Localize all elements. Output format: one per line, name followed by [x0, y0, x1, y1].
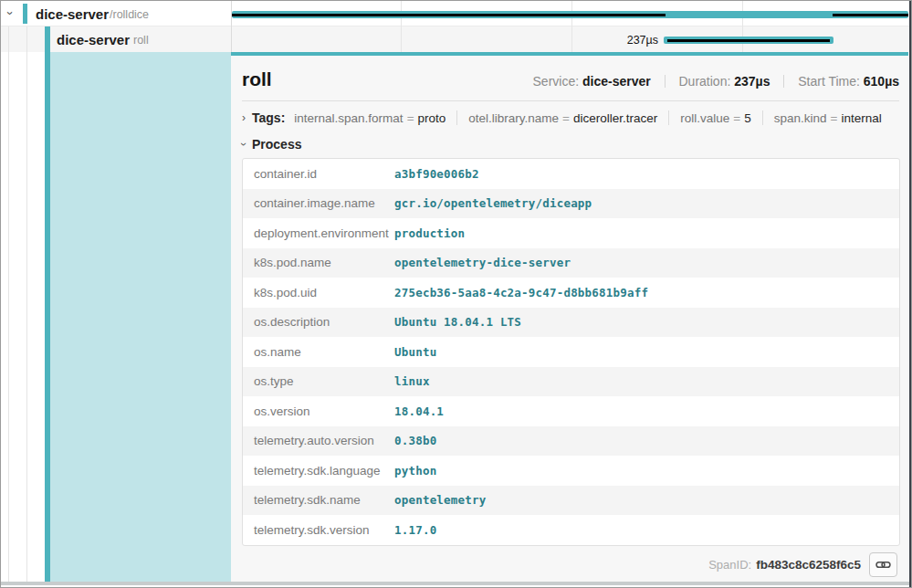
tag-equals: =	[407, 111, 414, 125]
tag-divider	[762, 110, 763, 125]
span-detail-header: roll Service: dice-server Duration: 237µ…	[242, 68, 899, 90]
duration-label: Duration:	[679, 74, 731, 89]
table-row: deployment.environmentproduction	[243, 218, 899, 248]
link-icon	[875, 558, 891, 572]
trace-detail-page: › dice-server /rolldice dice-server roll…	[0, 0, 912, 588]
critical-path-segment	[833, 14, 908, 16]
kv-value: opentelemetry-dice-server	[394, 256, 571, 269]
kv-key: telemetry.auto.version	[243, 434, 394, 447]
tags-list: internal.span.format=proto otel.library.…	[294, 110, 881, 125]
kv-value: 18.04.1	[394, 404, 444, 418]
kv-value: gcr.io/opentelemetry/diceapp	[394, 196, 592, 210]
span-title: roll	[242, 68, 272, 90]
indent-guide	[26, 26, 27, 583]
kv-value: a3bf90e006b2	[394, 167, 479, 181]
meta-divider	[783, 75, 784, 88]
service-value: dice-server	[582, 74, 651, 89]
process-section-toggle[interactable]: › Process	[242, 137, 899, 152]
table-row: k8s.pod.nameopentelemetry-dice-server	[243, 248, 899, 278]
kv-value: 0.38b0	[394, 434, 436, 447]
meta-divider	[665, 75, 666, 88]
kv-value: production	[394, 226, 465, 240]
kv-value: Ubuntu 18.04.1 LTS	[394, 315, 521, 329]
kv-key: telemetry.sdk.language	[243, 464, 394, 478]
tag-item: otel.library.name=diceroller.tracer	[468, 111, 657, 125]
header-divider	[242, 100, 899, 101]
spanid-value: fb483c8c6258f6c5	[756, 558, 861, 572]
service-label: Service:	[533, 74, 580, 89]
kv-value: opentelemetry	[394, 493, 486, 507]
tags-heading: Tags:	[252, 110, 285, 125]
span-duration-label: 237µs	[567, 33, 658, 47]
kv-key: os.type	[243, 374, 394, 388]
kv-key: telemetry.sdk.name	[243, 493, 394, 507]
kv-key: deployment.environment	[243, 226, 394, 240]
process-kv-table: container.ida3bf90e006b2 container.image…	[242, 158, 900, 546]
tag-divider	[668, 110, 669, 125]
duration-value: 237µs	[734, 74, 770, 89]
span-meta: Service: dice-server Duration: 237µs Sta…	[533, 74, 899, 89]
table-row: os.typelinux	[243, 367, 899, 397]
tag-item: internal.span.format=proto	[294, 111, 446, 125]
copy-span-link-button[interactable]	[869, 552, 897, 577]
timeline-gridline	[401, 1, 402, 52]
kv-key: container.id	[243, 167, 394, 181]
critical-path-segment	[667, 39, 830, 42]
kv-key: os.version	[243, 404, 394, 418]
span-service-name[interactable]: dice-server	[36, 6, 109, 22]
table-row: telemetry.sdk.languagepython	[243, 456, 899, 486]
span-operation-name[interactable]: roll	[133, 34, 149, 47]
table-row: os.version18.04.1	[243, 396, 899, 426]
horizontal-scrollbar[interactable]	[1, 582, 911, 585]
kv-key: os.name	[243, 345, 394, 359]
tag-key: roll.value	[680, 111, 729, 125]
service-color-bar	[23, 4, 27, 24]
tag-key: otel.library.name	[468, 111, 559, 125]
kv-key: telemetry.sdk.version	[243, 523, 394, 537]
span-service-name[interactable]: dice-server	[57, 32, 130, 47]
span-tree-color-bar	[45, 26, 50, 583]
table-row: k8s.pod.uid275ecb36-5aa8-4c2a-9c47-d8bb6…	[243, 278, 899, 308]
spanid-label: SpanID:	[708, 558, 751, 572]
tag-key: internal.span.format	[294, 111, 403, 125]
table-row: telemetry.sdk.version1.17.0	[243, 515, 899, 545]
tag-item: roll.value=5	[680, 111, 750, 125]
kv-value: linux	[394, 374, 430, 388]
timeline-gridline	[742, 1, 743, 52]
table-row: os.nameUbuntu	[243, 337, 899, 367]
collapse-children-icon[interactable]: ›	[5, 11, 16, 15]
tag-key: span.kind	[774, 111, 827, 125]
tag-divider	[456, 110, 457, 125]
process-heading: Process	[252, 137, 301, 152]
tag-equals: =	[733, 111, 740, 125]
tag-value: 5	[744, 111, 751, 125]
table-row: container.ida3bf90e006b2	[243, 159, 899, 189]
name-column-divider[interactable]	[231, 1, 232, 52]
table-row: telemetry.auto.version0.38b0	[243, 426, 899, 457]
critical-path-segment	[232, 14, 666, 16]
tag-equals: =	[562, 111, 570, 125]
table-row: container.image.namegcr.io/opentelemetry…	[243, 189, 899, 219]
span-detail-indent-block[interactable]	[50, 52, 231, 583]
tags-section-toggle[interactable]: › Tags: internal.span.format=proto otel.…	[242, 110, 899, 125]
chevron-right-icon: ›	[242, 112, 246, 123]
span-detail-footer: SpanID: fb483c8c6258f6c5	[242, 552, 899, 577]
vertical-scrollbar[interactable]	[909, 1, 911, 587]
kv-key: container.image.name	[243, 196, 394, 210]
kv-value: 1.17.0	[394, 523, 436, 537]
start-time-label: Start Time:	[798, 74, 860, 89]
kv-key: os.description	[243, 315, 394, 329]
table-row: os.descriptionUbuntu 18.04.1 LTS	[243, 308, 899, 338]
indent-guide	[8, 26, 9, 583]
span-detail-panel: roll Service: dice-server Duration: 237µ…	[231, 52, 908, 583]
chevron-down-icon: ›	[238, 142, 249, 146]
kv-key: k8s.pod.uid	[243, 286, 394, 299]
start-time-value: 610µs	[864, 74, 899, 89]
tag-value: proto	[418, 111, 446, 125]
tag-item: span.kind=internal	[774, 111, 882, 125]
kv-value: Ubuntu	[394, 345, 436, 359]
kv-value: python	[394, 464, 436, 478]
kv-key: k8s.pod.name	[243, 256, 394, 269]
span-operation-name[interactable]: /rolldice	[110, 8, 149, 21]
tag-value: internal	[841, 111, 881, 125]
